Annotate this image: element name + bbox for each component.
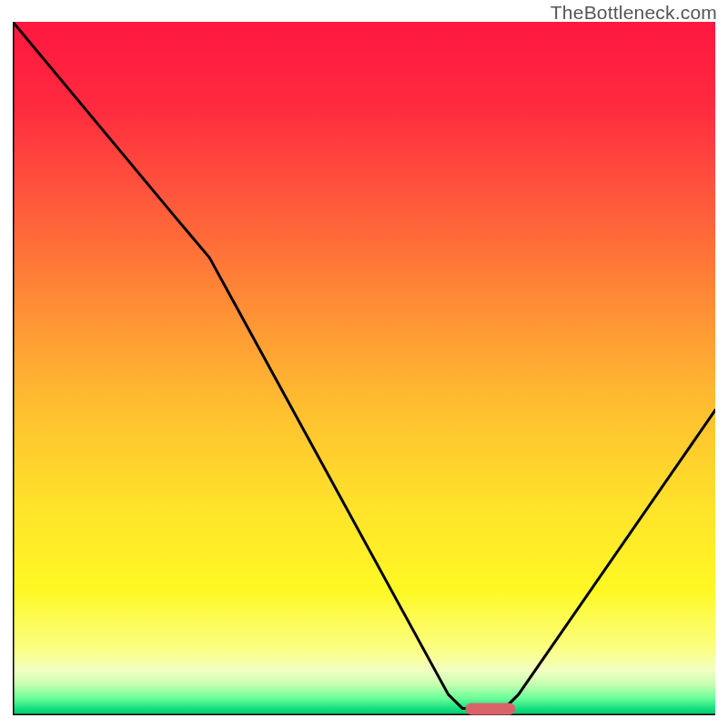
chart-stage: TheBottleneck.com: [0, 0, 728, 728]
gradient-fill: [13, 22, 715, 715]
watermark-text: TheBottleneck.com: [551, 2, 717, 24]
minimum-marker: [466, 703, 515, 714]
chart-svg: [13, 22, 715, 715]
bottleneck-chart: [13, 22, 715, 715]
